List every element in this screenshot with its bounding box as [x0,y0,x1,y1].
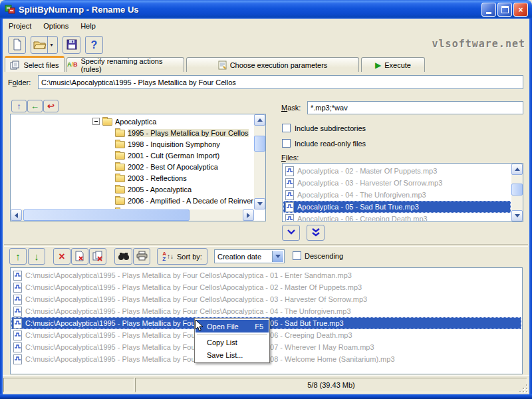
scroll-down-button[interactable] [254,198,265,209]
files-listbox[interactable]: Apocalyptica - 02 - Master Of Puppets.mp… [282,163,523,222]
clear-list-button[interactable] [89,248,106,265]
scroll-left-button[interactable] [11,209,22,221]
scroll-down-button[interactable] [511,210,523,221]
file-row[interactable]: C:\music\Apocalyptica\1995 - Plays Metal… [11,281,521,293]
tree-node[interactable]: 2002 - Best Of Apocalyptica [11,161,253,172]
status-panel-left [3,378,134,392]
tab-label: Execute [384,61,411,69]
pages-icon [10,61,20,70]
tree-node-label: 2001 - Cult (German Import) [128,152,219,160]
folder-icon [115,175,125,182]
resize-grip[interactable] [519,384,528,393]
file-row[interactable]: C:\music\Apocalyptica\1995 - Plays Metal… [11,269,521,281]
save-project-button[interactable] [63,36,80,54]
file-item[interactable]: Apocalyptica - 03 - Harvester Of Sorrow.… [283,177,511,189]
title-bar[interactable]: SplitByNum.rnp - Rename Us × [0,0,532,19]
tab-specify-actions[interactable]: A/B Specify renaming actions (rules) [66,57,184,72]
file-item[interactable]: Apocalyptica - 02 - Master Of Puppets.mp… [283,165,511,177]
return-button[interactable]: ↩ [43,100,59,112]
app-window: SplitByNum.rnp - Rename Us × Project Opt… [0,0,532,399]
tree-node[interactable]: 2005 - Apocalyptica [11,184,253,195]
help-button[interactable]: ? [85,36,103,54]
tree-node[interactable]: 1995 - Plays Metallica by Four Cellos [11,127,253,138]
include-subdirectories-checkbox[interactable] [282,124,291,132]
down-arrow-icon [257,202,263,205]
maximize-button[interactable] [497,3,512,17]
sort-button[interactable]: AZ ↑↓ Sort by: [157,248,207,265]
tree-vscrollbar[interactable] [254,114,265,209]
find-button[interactable] [114,248,132,265]
left-arrow-icon [15,213,18,218]
tree-hscrollbar[interactable] [11,209,254,221]
add-all-button[interactable] [307,225,325,241]
descending-checkbox[interactable] [293,251,301,260]
context-save-list[interactable]: Save List... [196,348,269,361]
tab-execution-parameters[interactable]: Choose execution parameters [186,57,359,72]
tree-node[interactable]: 2001 - Cult (German Import) [11,150,253,161]
menu-item-label: Copy List [207,338,237,346]
back-button[interactable]: ← [27,100,43,112]
context-open-file[interactable]: Open File F5 [196,320,269,332]
scroll-right-button[interactable] [243,209,254,221]
tree-children: 1995 - Plays Metallica by Four Cellos 19… [11,127,253,209]
menu-project[interactable]: Project [3,20,37,32]
move-up-button[interactable]: ↑ [9,248,27,265]
tree-node-label: 2002 - Best Of Apocalyptica [128,163,218,171]
back-arrow-icon: ← [31,101,39,111]
sort-by-dropdown[interactable]: Creation date [214,249,285,263]
tree-node[interactable]: 2006 - Amplified - A Decade of Reinventi… [11,195,253,206]
scroll-thumb[interactable] [511,184,523,196]
scroll-up-button[interactable] [511,164,523,175]
mp3-file-icon [13,295,22,305]
new-project-button[interactable] [8,36,26,54]
tree-node[interactable]: 2003 - Reflections [11,172,253,184]
include-readonly-checkbox[interactable] [282,139,291,148]
window-border-right [529,19,532,399]
scroll-up-button[interactable] [254,114,265,126]
file-row[interactable]: C:\music\Apocalyptica\1995 - Plays Metal… [11,305,521,317]
mask-input[interactable]: *.mp3;*wav [307,101,523,114]
up-level-button[interactable]: ↑ [11,100,27,112]
sort-az-icon: AZ ↑↓ [162,251,174,262]
file-item[interactable]: Apocalyptica - 06 - Creeping Death.mp3 [283,213,511,221]
tab-select-files[interactable]: Select files [5,56,65,72]
file-path: C:\music\Apocalyptica\1995 - Plays Metal… [25,271,352,279]
open-dropdown-arrow[interactable]: ▾ [47,37,56,53]
add-selected-button[interactable] [282,225,300,241]
minimize-button[interactable] [481,3,496,17]
chevron-down-icon [286,228,297,237]
new-document-icon [12,39,23,52]
menu-help[interactable]: Help [74,20,102,32]
close-button[interactable]: × [513,3,528,17]
mp3-file-icon [285,202,294,212]
window-border-left [0,19,3,399]
tree-root-node[interactable]: Apocalyptica [11,116,253,127]
menu-options[interactable]: Options [37,20,74,32]
file-item[interactable]: Apocalyptica - 05 - Sad But True.mp3 [283,201,511,213]
remove-file-button[interactable] [71,248,88,265]
file-path: C:\music\Apocalyptica\1995 - Plays Metal… [25,319,344,327]
tab-execute[interactable]: ▶ Execute [361,57,425,72]
file-name: Apocalyptica - 03 - Harvester Of Sorrow.… [297,179,442,187]
tree-node[interactable]: 2007 - Worlds Collide [11,206,253,209]
files-vscrollbar[interactable] [511,164,523,221]
context-copy-list[interactable]: Copy List [196,336,269,348]
file-row[interactable]: C:\music\Apocalyptica\1995 - Plays Metal… [11,293,521,305]
move-down-button[interactable]: ↓ [28,248,45,265]
app-icon [5,4,15,15]
window-border-bottom [0,394,532,399]
folder-tree[interactable]: Apocalyptica 1995 - Plays Metallica by F… [10,114,266,221]
right-arrow-icon [247,213,250,218]
collapse-icon[interactable] [92,118,100,125]
open-project-button[interactable]: ▾ [31,36,58,54]
folder-input[interactable]: C:\music\Apocalyptica\1995 - Plays Metal… [38,75,523,89]
tree-node[interactable]: 1998 - Inquisition Symphony [11,138,253,150]
delete-button[interactable]: × [53,248,70,265]
dropdown-arrow-button[interactable] [272,251,283,262]
scroll-thumb[interactable] [254,136,265,152]
scroll-thumb[interactable] [23,209,190,221]
file-item[interactable]: Apocalyptica - 04 - The Unforgiven.mp3 [283,189,511,201]
mp3-file-icon [13,354,22,364]
include-subdirectories-label: Include subdirectories [295,124,366,132]
print-button[interactable] [133,248,150,265]
